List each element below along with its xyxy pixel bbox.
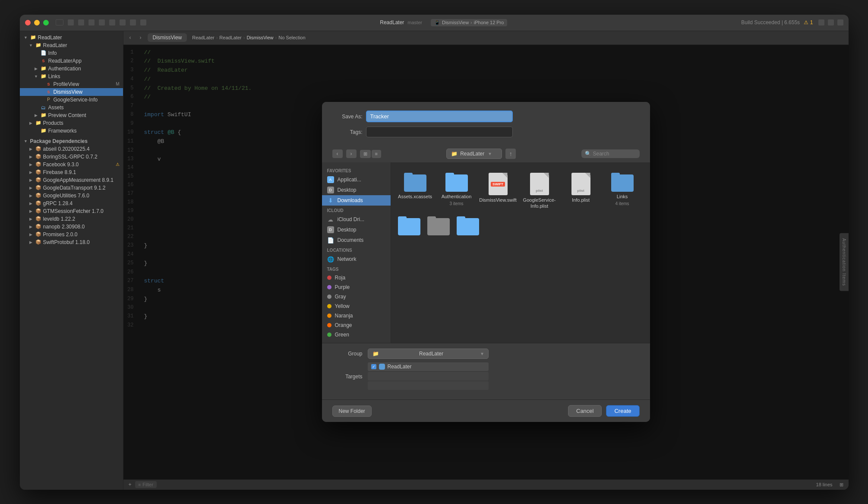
- dialog-sidebar-downloads[interactable]: ⬇ Downloads: [322, 195, 391, 206]
- inspector-icon[interactable]: [78, 19, 84, 25]
- tag-dot-gray: [327, 295, 331, 299]
- tags-input[interactable]: [366, 127, 513, 137]
- add-file-button[interactable]: +: [129, 482, 132, 488]
- dialog-sidebar-tag-gray[interactable]: Gray: [322, 292, 391, 301]
- dialog-sidebar-applications[interactable]: A Applicati...: [322, 174, 391, 185]
- location-select[interactable]: 📁 ReadLater ▾: [446, 149, 502, 159]
- breadcrumb-2[interactable]: ReadLater: [219, 35, 241, 40]
- breadcrumb-4[interactable]: No Selection: [278, 35, 305, 40]
- sidebar-item-boringssl[interactable]: 📦 BoringSSL-GRPC 0.7.2: [20, 153, 123, 161]
- file-item-assets[interactable]: Assets.xcassets: [398, 169, 432, 213]
- dialog-sidebar-tag-green[interactable]: Green: [322, 330, 391, 339]
- dialog-footer: New Folder Cancel Create: [322, 399, 650, 422]
- file-item-authentication[interactable]: Authentication 3 items: [439, 169, 474, 213]
- sidebar-section-packages[interactable]: Package Dependencies: [20, 137, 123, 145]
- breakpoint-icon[interactable]: [88, 19, 95, 25]
- search-field[interactable]: 🔍: [581, 149, 640, 158]
- sidebar-item-readlater-root[interactable]: 📁 ReadLater: [20, 34, 123, 41]
- sidebar-item-googledatatransport[interactable]: 📦 GoogleDataTransport 9.1.2: [20, 184, 123, 192]
- status-bar: + ≡ Filter 18 lines ⊞: [123, 479, 849, 490]
- sidebar-item-readlaterapp[interactable]: S ReadLaterApp: [20, 57, 123, 65]
- sidebar-item-facebook[interactable]: 📦 Facebook 9.3.0 ⚠: [20, 161, 123, 168]
- sidebar-item-promises[interactable]: 📦 Promises 2.0.0: [20, 231, 123, 238]
- file-item-links[interactable]: Links 4 items: [605, 169, 640, 213]
- file-item-dismissview[interactable]: SWIFT DismissView.swift: [481, 169, 515, 213]
- sidebar-item-preview-content[interactable]: 📁 Preview Content: [20, 111, 123, 119]
- sidebar-item-googleutilities[interactable]: 📦 GoogleUtilities 7.6.0: [20, 192, 123, 200]
- sidebar-item-assets[interactable]: 🗂 Assets: [20, 104, 123, 111]
- icon-view-button[interactable]: ⊞: [360, 150, 371, 158]
- dialog-sidebar-icloud-desktop[interactable]: D Desktop: [322, 225, 391, 235]
- warning-icon[interactable]: [109, 19, 115, 25]
- back-button[interactable]: ‹: [127, 33, 134, 42]
- dialog-sidebar-tag-purple[interactable]: Purple: [322, 282, 391, 292]
- sidebar-item-googleservice[interactable]: P GoogleService-Info: [20, 96, 123, 104]
- edit-icon[interactable]: [130, 19, 136, 25]
- dialog-sidebar-documents[interactable]: 📄 Documents: [322, 235, 391, 245]
- sidebar-item-links[interactable]: 📁 Links: [20, 73, 123, 80]
- sidebar-item-info[interactable]: 📄 Info: [20, 49, 123, 57]
- sidebar-item-gtmsession[interactable]: 📦 GTMSessionFetcher 1.7.0: [20, 207, 123, 215]
- location-icon[interactable]: [99, 19, 105, 25]
- disclosure-icon: [28, 209, 34, 214]
- sidebar-item-swiftprotobuf[interactable]: 📦 SwiftProtobuf 1.18.0: [20, 238, 123, 246]
- dialog-sidebar-tag-orange[interactable]: Orange: [322, 320, 391, 330]
- group-select[interactable]: 📁 ReadLater ▾: [368, 349, 489, 359]
- target-checkbox[interactable]: [371, 364, 376, 369]
- file-item-infoplist[interactable]: plist Info.plist: [564, 169, 598, 213]
- dialog-sidebar-tag-naranja[interactable]: Naranja: [322, 311, 391, 320]
- save-as-input[interactable]: [366, 111, 513, 122]
- location-label: ReadLater: [460, 151, 484, 157]
- file-grid-icon[interactable]: [68, 19, 74, 25]
- dialog-sidebar-icloud-drive[interactable]: ☁ iCloud Dri...: [322, 214, 391, 225]
- dialog-sidebar-tag-yellow[interactable]: Yellow: [322, 301, 391, 311]
- sidebar-item-readlater[interactable]: 📁 ReadLater: [20, 41, 123, 49]
- sidebar-item-dismissview[interactable]: S DismissView: [20, 88, 123, 96]
- network-label: Network: [338, 256, 357, 262]
- search-input[interactable]: [593, 151, 636, 157]
- locations-header: Locations: [322, 245, 391, 254]
- fullscreen-button[interactable]: [43, 20, 49, 25]
- minimize-button[interactable]: [34, 20, 40, 25]
- breadcrumb-3[interactable]: DismissView: [246, 35, 273, 40]
- sidebar-item-leveldb[interactable]: 📦 leveldb 1.22.2: [20, 215, 123, 223]
- new-folder-button[interactable]: New Folder: [332, 406, 372, 417]
- back-nav-button[interactable]: ‹: [332, 149, 343, 158]
- device-badge[interactable]: 📱 DismissView iPhone 12 Pro: [431, 19, 508, 26]
- cancel-button[interactable]: Cancel: [568, 405, 602, 417]
- breadcrumb-1[interactable]: ReadLater: [192, 35, 214, 40]
- applications-icon: A: [327, 176, 334, 183]
- breadcrumb-sep: ›: [275, 35, 277, 40]
- expand-button[interactable]: ↑: [505, 149, 516, 159]
- forward-nav-button[interactable]: ›: [346, 149, 357, 158]
- folder-shape: [427, 218, 450, 235]
- sidebar-item-googleappmeasurement[interactable]: 📦 GoogleAppMeasurement 8.9.1: [20, 176, 123, 184]
- sidebar-toggle-icon[interactable]: [56, 19, 63, 25]
- dialog-sidebar-tag-roja[interactable]: Roja: [322, 273, 391, 282]
- file-item-googleservice[interactable]: plist GoogleService-Info.plist: [522, 169, 557, 213]
- bottom-panel-icon[interactable]: [828, 19, 834, 25]
- sidebar-item-profileview[interactable]: S ProfileView M: [20, 80, 123, 88]
- filter-field[interactable]: ≡ Filter: [135, 481, 157, 488]
- close-button[interactable]: [25, 20, 31, 25]
- sidebar-item-firebase[interactable]: 📦 Firebase 8.9.1: [20, 168, 123, 176]
- sidebar-item-grpc[interactable]: 📦 gRPC 1.28.4: [20, 200, 123, 207]
- sidebar-item-frameworks[interactable]: 📁 Frameworks: [20, 127, 123, 135]
- partial-folder-1: [398, 216, 420, 235]
- split-icon[interactable]: [140, 19, 146, 25]
- active-tab[interactable]: DismissView: [148, 33, 187, 42]
- target-item-readlater[interactable]: ReadLater: [368, 362, 489, 371]
- forward-button[interactable]: ›: [137, 33, 144, 42]
- inspector-panel-icon[interactable]: [837, 19, 843, 25]
- sidebar-item-authentication[interactable]: 📁 Authentication: [20, 65, 123, 73]
- create-button[interactable]: Create: [606, 405, 639, 417]
- search-icon[interactable]: [120, 19, 126, 25]
- sidebar-item-products[interactable]: 📁 Products: [20, 119, 123, 127]
- folder-icon: 📁: [41, 112, 47, 118]
- right-panel-icon[interactable]: [818, 19, 824, 25]
- dialog-sidebar-desktop[interactable]: D Desktop: [322, 185, 391, 195]
- sidebar-item-abseil[interactable]: 📦 abseil 0.20200225.4: [20, 145, 123, 153]
- sidebar-item-nanopb[interactable]: 📦 nanopb 2.30908.0: [20, 223, 123, 231]
- dialog-sidebar-network[interactable]: 🌐 Network: [322, 254, 391, 264]
- list-view-button[interactable]: ≡: [372, 150, 381, 158]
